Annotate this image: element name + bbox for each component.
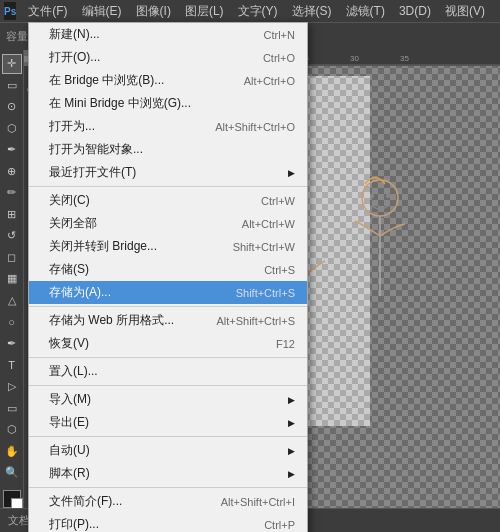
menu-item-label: 存储为 Web 所用格式...	[49, 312, 174, 329]
menu-item-shortcut: F12	[276, 338, 295, 350]
svg-text:30: 30	[350, 54, 359, 63]
tool-3d[interactable]: ⬡	[2, 420, 22, 440]
tool-text[interactable]: T	[2, 355, 22, 375]
menu-item-label: 存储为(A)...	[49, 284, 111, 301]
menu-item-open-as[interactable]: 打开为...Alt+Shift+Ctrl+O	[29, 115, 307, 138]
menu-item-browse-bridge[interactable]: 在 Bridge 中浏览(B)...Alt+Ctrl+O	[29, 69, 307, 92]
menu-item-close-all[interactable]: 关闭全部Alt+Ctrl+W	[29, 212, 307, 235]
menu-item-open-smart[interactable]: 打开为智能对象...	[29, 138, 307, 161]
file-menu[interactable]: 新建(N)...Ctrl+N打开(O)...Ctrl+O在 Bridge 中浏览…	[28, 22, 308, 532]
menu-item-shortcut: Alt+Shift+Ctrl+S	[216, 315, 295, 327]
menu-item-shortcut: Alt+Ctrl+O	[244, 75, 295, 87]
menu-item-import[interactable]: 导入(M)	[29, 388, 307, 411]
menu-item-shortcut: Ctrl+O	[263, 52, 295, 64]
menu-item-save-as[interactable]: 存储为(A)...Shift+Ctrl+S	[29, 281, 307, 304]
tool-shape[interactable]: ▭	[2, 398, 22, 418]
menu-item-print[interactable]: 打印(P)...Ctrl+P	[29, 513, 307, 532]
menu-separator	[29, 385, 307, 386]
menu-item-new[interactable]: 新建(N)...Ctrl+N	[29, 23, 307, 46]
tool-path[interactable]: ▷	[2, 377, 22, 397]
menu-item-label: 自动(U)	[49, 442, 90, 459]
tool-clone[interactable]: ⊞	[2, 205, 22, 225]
menu-item-save-web[interactable]: 存储为 Web 所用格式...Alt+Shift+Ctrl+S	[29, 309, 307, 332]
menu-item-label: 存储(S)	[49, 261, 89, 278]
menu-item-shortcut: Alt+Shift+Ctrl+O	[215, 121, 295, 133]
menu-item-browse-mini-bridge[interactable]: 在 Mini Bridge 中浏览(G)...	[29, 92, 307, 115]
menu-item-label: 关闭全部	[49, 215, 97, 232]
svg-text:35: 35	[400, 54, 409, 63]
menu-item-save[interactable]: 存储(S)Ctrl+S	[29, 258, 307, 281]
menu-item-place[interactable]: 置入(L)...	[29, 360, 307, 383]
menu-item-label: 文件简介(F)...	[49, 493, 122, 510]
menu-item-label: 打开(O)...	[49, 49, 100, 66]
menu-item-label: 打印(P)...	[49, 516, 99, 532]
menu-file[interactable]: 文件(F)	[22, 1, 73, 22]
menu-image[interactable]: 图像(I)	[130, 1, 177, 22]
menu-item-label: 恢复(V)	[49, 335, 89, 352]
menu-edit[interactable]: 编辑(E)	[76, 1, 128, 22]
menu-3d[interactable]: 3D(D)	[393, 2, 437, 20]
tool-selection[interactable]: ▭	[2, 76, 22, 96]
ps-logo: Ps	[4, 2, 16, 20]
tool-heal[interactable]: ⊕	[2, 162, 22, 182]
menu-view[interactable]: 视图(V)	[439, 1, 491, 22]
menu-item-shortcut: Alt+Ctrl+W	[242, 218, 295, 230]
menu-item-label: 脚本(R)	[49, 465, 90, 482]
menu-item-label: 关闭(C)	[49, 192, 90, 209]
menu-bar: Ps 文件(F) 编辑(E) 图像(I) 图层(L) 文字(Y) 选择(S) 滤…	[0, 0, 500, 22]
menu-item-file-info[interactable]: 文件简介(F)...Alt+Shift+Ctrl+I	[29, 490, 307, 513]
menu-item-label: 关闭并转到 Bridge...	[49, 238, 157, 255]
tool-hand[interactable]: ✋	[2, 441, 22, 461]
menu-item-open[interactable]: 打开(O)...Ctrl+O	[29, 46, 307, 69]
menu-item-close[interactable]: 关闭(C)Ctrl+W	[29, 189, 307, 212]
tool-gradient[interactable]: ▦	[2, 269, 22, 289]
menu-layer[interactable]: 图层(L)	[179, 1, 230, 22]
menu-item-shortcut: Ctrl+W	[261, 195, 295, 207]
menu-item-shortcut: Ctrl+N	[264, 29, 295, 41]
tool-move[interactable]: ✛	[2, 54, 22, 74]
menu-item-shortcut: Ctrl+S	[264, 264, 295, 276]
menu-filter[interactable]: 滤镜(T)	[340, 1, 391, 22]
tool-zoom[interactable]: 🔍	[2, 463, 22, 483]
tool-brush[interactable]: ✏	[2, 183, 22, 203]
menu-item-label: 打开为智能对象...	[49, 141, 143, 158]
svg-point-29	[370, 194, 374, 198]
tool-eyedrop[interactable]: ✒	[2, 140, 22, 160]
tool-eraser[interactable]: ◻	[2, 248, 22, 268]
menu-item-label: 新建(N)...	[49, 26, 100, 43]
menu-item-shortcut: Shift+Ctrl+W	[233, 241, 295, 253]
tool-history[interactable]: ↺	[2, 226, 22, 246]
menu-window[interactable]: 窗口(W)	[493, 1, 500, 22]
menu-item-shortcut: Ctrl+P	[264, 519, 295, 531]
menu-separator	[29, 357, 307, 358]
tools-panel: ✛ ▭ ⊙ ⬡ ✒ ⊕ ✏ ⊞ ↺ ◻ ▦ △ ○ ✒ T ▷ ▭ ⬡ ✋ 🔍	[0, 50, 24, 508]
svg-point-30	[386, 194, 390, 198]
menu-item-shortcut: Alt+Shift+Ctrl+I	[221, 496, 295, 508]
foreground-color[interactable]	[3, 490, 21, 508]
menu-item-label: 置入(L)...	[49, 363, 98, 380]
menu-item-label: 打开为...	[49, 118, 95, 135]
menu-item-label: 在 Mini Bridge 中浏览(G)...	[49, 95, 191, 112]
menu-separator	[29, 487, 307, 488]
menu-separator	[29, 306, 307, 307]
tool-dodge[interactable]: ○	[2, 312, 22, 332]
menu-item-revert[interactable]: 恢复(V)F12	[29, 332, 307, 355]
menu-item-close-go-bridge[interactable]: 关闭并转到 Bridge...Shift+Ctrl+W	[29, 235, 307, 258]
menu-text[interactable]: 文字(Y)	[232, 1, 284, 22]
tool-pen[interactable]: ✒	[2, 334, 22, 354]
menu-item-recent[interactable]: 最近打开文件(T)	[29, 161, 307, 184]
menu-item-export[interactable]: 导出(E)	[29, 411, 307, 434]
menu-item-automate[interactable]: 自动(U)	[29, 439, 307, 462]
tool-blur[interactable]: △	[2, 291, 22, 311]
menu-select[interactable]: 选择(S)	[286, 1, 338, 22]
tool-crop[interactable]: ⬡	[2, 119, 22, 139]
menu-item-shortcut: Shift+Ctrl+S	[236, 287, 295, 299]
menu-item-scripts[interactable]: 脚本(R)	[29, 462, 307, 485]
menu-item-label: 导入(M)	[49, 391, 91, 408]
menu-item-label: 在 Bridge 中浏览(B)...	[49, 72, 164, 89]
menu-item-label: 最近打开文件(T)	[49, 164, 136, 181]
tool-lasso[interactable]: ⊙	[2, 97, 22, 117]
menu-item-label: 导出(E)	[49, 414, 89, 431]
menu-separator	[29, 436, 307, 437]
menu-separator	[29, 186, 307, 187]
